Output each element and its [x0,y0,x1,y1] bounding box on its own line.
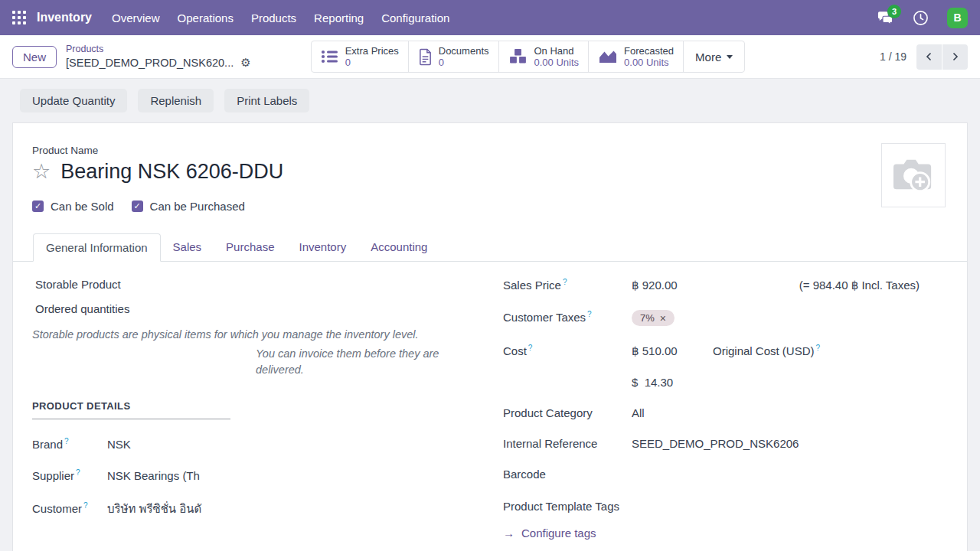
activity-clock-icon [913,10,929,26]
tab-general-information[interactable]: General Information [33,233,161,262]
smart-button-value: 0 [439,57,489,68]
extra-prices-list-icon [321,49,339,64]
more-label: More [695,51,721,64]
can-be-sold-checkbox[interactable]: ✓ Can be Sold [32,200,114,213]
nav-item-overview[interactable]: Overview [112,11,160,24]
product-category-label: Product Category [503,406,632,419]
smart-button-label: On Hand [534,45,580,57]
checkbox-label: Can be Sold [51,200,114,213]
supplier-value[interactable]: NSK Bearings (Th [107,469,200,482]
activities-button[interactable] [913,10,929,26]
update-quantity-button[interactable]: Update Quantity [20,89,127,112]
product-form-sheet: Product Name ☆ Bearing NSK 6206-DDU ✓ Ca… [12,122,968,551]
smart-button-value: 0.00 Units [624,57,674,68]
help-tooltip-icon[interactable]: ? [563,278,567,286]
nav-item-configuration[interactable]: Configuration [381,11,449,24]
pager-previous-button[interactable] [916,44,942,70]
help-tooltip-icon[interactable]: ? [64,437,69,445]
on-hand-button[interactable]: On Hand 0.00 Units [499,41,590,72]
configure-tags-link[interactable]: → Configure tags [503,527,920,540]
messages-badge: 3 [887,5,901,18]
print-labels-button[interactable]: Print Labels [224,89,309,112]
product-image-upload[interactable] [881,143,946,207]
tags-label: Product Template Tags [503,498,632,514]
original-cost-value[interactable]: $ 14.30 [632,376,673,389]
nav-item-reporting[interactable]: Reporting [314,11,364,24]
help-tooltip-icon[interactable]: ? [528,344,533,352]
forecasted-chart-icon [598,48,618,65]
product-type-field[interactable]: Storable Product [35,278,480,291]
help-tooltip-icon[interactable]: ? [816,344,821,352]
smart-button-label: Forecasted [624,45,674,57]
notebook-tabs: General Information Sales Purchase Inven… [13,233,967,262]
nav-item-operations[interactable]: Operations [178,11,234,24]
tab-inventory[interactable]: Inventory [286,233,358,261]
supplier-label: Supplier? [32,468,107,482]
checkbox-label: Can be Purchased [150,200,245,213]
pager-next-button[interactable] [942,44,968,70]
brand-field-row: Brand? NSK [32,437,480,451]
gear-icon[interactable]: ⚙ [240,57,250,68]
original-cost-label: Original Cost (USD)? [713,344,820,357]
chevron-right-icon [951,52,959,61]
app-name[interactable]: Inventory [37,11,92,24]
barcode-row: Barcode [503,468,920,481]
product-template-tags-row: Product Template Tags [503,498,920,514]
top-navbar: Inventory Overview Operations Products R… [0,0,980,35]
documents-file-icon [418,48,433,66]
breadcrumb-parent-link[interactable]: Products [66,44,251,56]
supplier-field-row: Supplier? NSK Bearings (Th [32,468,480,482]
brand-value[interactable]: NSK [107,438,131,451]
replenish-button[interactable]: Replenish [138,89,214,112]
tab-purchase[interactable]: Purchase [214,233,286,261]
right-column: Sales Price? ฿ 920.00 (= 984.40 ฿ Incl. … [480,278,948,540]
product-title[interactable]: Bearing NSK 6206-DDU [60,160,283,184]
cost-row: Cost? ฿ 510.00 Original Cost (USD)? [503,344,920,358]
cost-label: Cost? [503,344,632,357]
chevron-left-icon [925,52,933,61]
camera-plus-icon [890,155,937,196]
customer-value[interactable]: บริษัท พรีซิชั่น อินดั [107,500,201,518]
extra-prices-button[interactable]: Extra Prices 0 [312,41,409,72]
smart-button-value: 0 [345,57,399,68]
sales-price-value[interactable]: ฿ 920.00 [632,279,678,292]
breadcrumb: Products [SEED_DEMO_PROD_NSK620... ⚙ [66,44,251,70]
help-tooltip-icon[interactable]: ? [83,501,88,510]
chevron-down-icon [727,55,733,59]
tab-sales[interactable]: Sales [161,233,214,261]
product-details-section-title: PRODUCT DETAILS [32,400,230,419]
help-tooltip-icon[interactable]: ? [587,310,592,318]
forecasted-button[interactable]: Forecasted 0.00 Units [589,41,684,72]
messages-button[interactable]: 3 [877,11,894,25]
help-tooltip-icon[interactable]: ? [76,468,80,477]
smart-button-group: Extra Prices 0 Documents 0 On Hand [311,41,746,73]
checkbox-checked-icon: ✓ [132,201,143,212]
tab-accounting[interactable]: Accounting [358,233,439,261]
cost-value[interactable]: ฿ 510.00 [632,344,713,358]
invoicing-policy-field[interactable]: Ordered quantities [35,302,480,315]
left-column: Storable Product Ordered quantities Stor… [32,278,480,540]
product-category-value[interactable]: All [632,406,645,419]
pager: 1 / 19 [880,44,968,70]
smart-button-label: Documents [439,45,489,57]
documents-button[interactable]: Documents 0 [409,41,499,72]
checkbox-checked-icon: ✓ [32,201,44,212]
brand-label: Brand? [32,437,107,451]
pager-counter: 1 / 19 [880,51,906,63]
control-panel: New Products [SEED_DEMO_PROD_NSK620... ⚙… [0,35,980,79]
nav-item-products[interactable]: Products [251,11,296,24]
apps-grid-icon[interactable] [12,11,26,24]
user-avatar[interactable]: B [947,8,968,28]
form-action-buttons: Update Quantity Replenish Print Labels [0,79,980,122]
more-dropdown-button[interactable]: More [684,41,744,72]
new-button[interactable]: New [12,46,57,68]
favorite-star-icon[interactable]: ☆ [32,161,51,182]
tag-remove-icon[interactable]: × [660,313,666,324]
internal-reference-value[interactable]: SEED_DEMO_PROD_NSK6206 [632,437,799,450]
can-be-purchased-checkbox[interactable]: ✓ Can be Purchased [132,200,245,213]
product-name-label: Product Name [32,145,948,156]
tax-tag[interactable]: 7% × [632,310,675,326]
product-type-help-text: Storable products are physical items for… [32,327,480,378]
original-cost-row: $ 14.30 [503,376,920,389]
barcode-label: Barcode [503,468,632,481]
